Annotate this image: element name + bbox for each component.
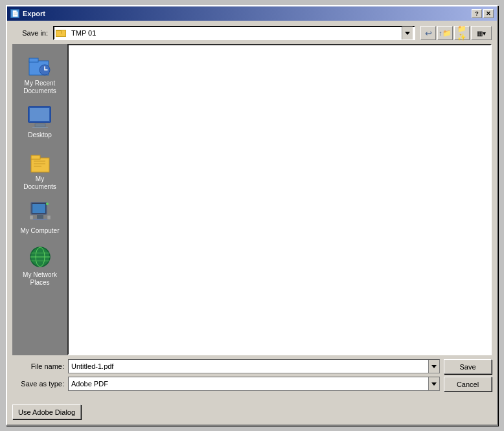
up-icon: ↑📁	[439, 29, 452, 38]
new-folder-button[interactable]: 📁✨	[454, 26, 470, 40]
save-in-dropdown-arrow[interactable]	[402, 27, 413, 39]
my-computer-icon	[27, 200, 53, 226]
svg-rect-8	[31, 155, 40, 159]
save-as-type-combo[interactable]: Adobe PDF	[68, 377, 440, 391]
view-icon: ▦▾	[477, 30, 486, 37]
svg-rect-11	[34, 166, 41, 167]
save-as-type-value: Adobe PDF	[71, 380, 428, 388]
file-name-dropdown-arrow[interactable]	[428, 360, 439, 373]
dialog-body: Save in: TMP 01 ↩ ↑📁 📁✨	[7, 21, 497, 425]
export-dialog: 📄 Export ? ✕ Save in: TMP 01 ↩	[6, 5, 498, 426]
new-folder-icon: 📁✨	[455, 25, 469, 41]
back-button[interactable]: ↩	[420, 26, 436, 40]
help-button[interactable]: ?	[472, 9, 482, 18]
file-name-combo[interactable]	[68, 359, 440, 373]
sidebar-item-network[interactable]: My Network Places	[15, 241, 65, 290]
folder-icon	[56, 29, 66, 37]
chevron-down-icon	[431, 382, 437, 386]
desktop-icon	[27, 104, 53, 130]
up-folder-button[interactable]: ↑📁	[437, 26, 453, 40]
svg-rect-16	[30, 216, 33, 219]
save-in-combo[interactable]: TMP 01	[53, 26, 415, 40]
svg-rect-6	[32, 127, 48, 128]
recent-docs-label: My Recent Documents	[19, 80, 61, 95]
documents-label: My Documents	[19, 175, 61, 191]
svg-point-18	[46, 203, 49, 205]
save-in-value: TMP 01	[71, 29, 399, 37]
svg-rect-7	[31, 158, 49, 172]
svg-rect-1	[29, 58, 38, 62]
recent-docs-icon	[27, 52, 53, 78]
main-area: My Recent Documents Desktop	[12, 44, 492, 355]
svg-rect-4	[30, 108, 49, 121]
file-browser[interactable]	[67, 44, 492, 355]
network-places-icon	[27, 244, 53, 270]
computer-label: My Computer	[20, 227, 59, 235]
desktop-label: Desktop	[28, 131, 52, 139]
toolbar-buttons: ↩ ↑📁 📁✨ ▦▾	[420, 26, 492, 40]
close-button[interactable]: ✕	[483, 9, 494, 18]
save-button[interactable]: Save	[444, 359, 492, 374]
title-bar-left: 📄 Export	[10, 9, 45, 18]
svg-rect-15	[33, 219, 47, 220]
file-name-input[interactable]	[71, 362, 428, 370]
network-label: My Network Places	[19, 271, 61, 287]
sidebar: My Recent Documents Desktop	[12, 44, 67, 355]
save-as-type-label: Save as type:	[12, 380, 64, 388]
fields-section: File name: Save as type: Adobe PDF	[12, 359, 440, 394]
title-bar: 📄 Export ? ✕	[7, 6, 497, 21]
file-name-label: File name:	[12, 362, 64, 370]
bottom-bar: Use Adobe Dialog	[12, 402, 492, 419]
save-in-label: Save in:	[12, 29, 48, 37]
sidebar-item-desktop[interactable]: Desktop	[15, 101, 65, 142]
sidebar-item-computer[interactable]: My Computer	[15, 197, 65, 238]
cancel-button[interactable]: Cancel	[444, 377, 492, 392]
my-documents-icon	[27, 148, 53, 174]
svg-rect-17	[47, 216, 51, 219]
action-buttons: Save Cancel	[444, 359, 492, 392]
chevron-down-icon	[431, 365, 437, 368]
save-as-type-row: Save as type: Adobe PDF	[12, 377, 440, 391]
svg-rect-13	[32, 204, 45, 213]
title-bar-buttons: ? ✕	[472, 9, 494, 18]
back-icon: ↩	[425, 28, 432, 38]
save-as-type-dropdown-arrow[interactable]	[428, 377, 439, 390]
save-in-row: Save in: TMP 01 ↩ ↑📁 📁✨	[12, 26, 492, 40]
dialog-title: Export	[23, 10, 45, 17]
file-name-row: File name:	[12, 359, 440, 373]
bottom-section: File name: Save as type: Adobe PDF	[12, 359, 492, 394]
chevron-down-icon	[405, 32, 410, 35]
svg-rect-9	[34, 160, 45, 162]
sidebar-item-recent[interactable]: My Recent Documents	[15, 49, 65, 98]
svg-rect-14	[37, 215, 43, 219]
svg-rect-5	[35, 124, 45, 127]
use-adobe-dialog-button[interactable]: Use Adobe Dialog	[12, 404, 81, 419]
sidebar-item-documents[interactable]: My Documents	[15, 145, 65, 194]
dialog-icon: 📄	[10, 9, 19, 18]
svg-rect-10	[34, 163, 45, 164]
view-menu-button[interactable]: ▦▾	[471, 26, 492, 40]
